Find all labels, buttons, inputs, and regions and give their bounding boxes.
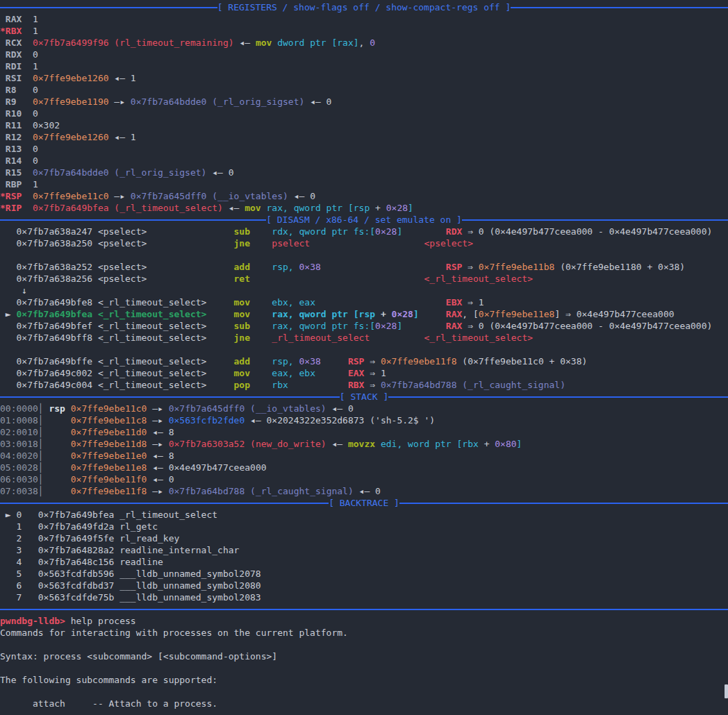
stack-segment: [44, 415, 71, 426]
disasm-segment: eax, ebx: [272, 368, 315, 378]
registers-segment: ◂—: [234, 37, 256, 48]
registers-row-10: R12 0×7ffe9ebe1260 ◂— 1: [0, 131, 728, 143]
registers-segment: [22, 203, 33, 213]
backtrace-row-7: 7 0×563fcdfde75b ___lldb_unnamed_symbol2…: [0, 591, 728, 603]
registers-row-9: R11 0×302: [0, 119, 728, 131]
stack-segment: [44, 486, 71, 496]
stack-row-0: 00:0000│ rsp 0×7ffe9ebe11c0 —▸ 0×7fb7a64…: [0, 403, 728, 414]
disasm-segment: 0×7fb7a649c004 <_rl_timeout_select>: [0, 380, 234, 390]
stack-segment: 04:0020│: [0, 451, 44, 461]
stack-segment: 00:0000│: [0, 403, 44, 414]
registers-segment: 1: [22, 179, 38, 190]
registers-segment: —▸: [109, 96, 131, 107]
registers-segment: 0×7ffe9ebe11c0: [33, 191, 109, 201]
registers-row-5: RSI 0×7ffe9ebe1260 ◂— 1: [0, 72, 728, 84]
terminal-row-7: attach -- Attach to a process.: [0, 698, 728, 709]
disasm-row-3: 0×7fb7a638a252 <pselect> add rsp, 0×38 R…: [0, 261, 728, 273]
registers-segment: R9: [0, 96, 16, 107]
registers-row-3: RDX 0: [0, 49, 728, 60]
disasm-row-5: ↓: [0, 285, 728, 296]
registers-segment: 0×7ffe9ebe1260: [33, 132, 109, 142]
disasm-segment: [206, 309, 233, 319]
registers-row-2: RCX 0×7fb7a6499f96 (rl_timeout_remaining…: [0, 37, 728, 49]
disasm-segment: (0×7ffe9ebe1180 + 0×38): [554, 262, 685, 272]
disasm-segment: mov: [234, 297, 250, 308]
disasm-row-1: 0×7fb7a638a250 <pselect> jne pselect <ps…: [0, 237, 728, 249]
disasm-segment: , [: [462, 309, 478, 319]
disasm-segment: [315, 297, 446, 308]
registers-row-0: RAX 1: [0, 13, 728, 25]
registers-segment: RSI: [0, 73, 22, 83]
pwndbg-terminal[interactable]: [ REGISTERS / show-flags off / show-comp…: [0, 0, 728, 715]
stack-row-1: 01:0008│ 0×7ffe9ebe11c8 —▸ 0×563fcfb2fde…: [0, 414, 728, 426]
stack-segment: 0×7ffe9ebe11f8: [71, 486, 147, 496]
disasm-segment: <_rl_timeout_select>: [424, 333, 533, 343]
header-rule: [511, 7, 728, 8]
registers-row-16: *RIP 0×7fb7a649bfea (_rl_timeout_select)…: [0, 202, 728, 214]
disasm-segment: [250, 262, 272, 272]
disasm-segment: [250, 333, 272, 343]
disasm-segment: RDX: [446, 226, 462, 237]
registers-segment: 0: [370, 37, 375, 48]
disasm-segment: [250, 274, 424, 284]
registers-segment: RBP: [0, 179, 22, 190]
stack-segment: [44, 474, 71, 485]
disasm-row-9: 0×7fb7a649bff8 <_rl_timeout_select> jne …: [0, 332, 728, 344]
disasm-segment: [419, 309, 446, 319]
disasm-segment: [288, 380, 348, 390]
registers-segment: 0×7fb7a64bdde0 (_rl_orig_sigset): [131, 96, 304, 107]
registers-segment: ◂— 0: [288, 191, 315, 201]
stack-segment: 0×7ffe9ebe11c0: [71, 403, 147, 414]
disasm-segment: ebx, eax: [272, 297, 315, 308]
stack-row-5: 05:0028│ 0×7ffe9ebe11e8 ◂— 0×4e497b477ce…: [0, 462, 728, 473]
disasm-segment: [250, 297, 272, 308]
disasm-segment: 0×7fb7a649bffe <_rl_timeout_select>: [0, 356, 234, 367]
header-rule: [0, 7, 217, 8]
disasm-row-0: 0×7fb7a638a247 <pselect> sub rdx, qword …: [0, 226, 728, 237]
header-rule: [0, 396, 340, 398]
stack-segment: ◂—: [326, 439, 348, 449]
header-rule: [0, 609, 728, 610]
stack-segment: 0×563fcfb2fde0: [169, 415, 245, 426]
stack-segment: ◂— 8: [147, 427, 174, 437]
registers-segment: ◂—: [223, 203, 245, 213]
header-rule: [462, 219, 728, 221]
disasm-segment: [321, 356, 348, 367]
disasm-segment: 0×28: [375, 321, 397, 331]
stack-segment: —▸: [147, 403, 168, 414]
disasm-segment: ⇒: [364, 380, 380, 390]
disasm-segment: 0×7fb7a638a252 <pselect>: [0, 262, 234, 272]
disasm-row-10: [0, 344, 728, 355]
stack-segment: 0×7fb7a64bd788 (_rl_caught_signal): [169, 486, 354, 496]
stack-header-label: [ STACK ]: [340, 391, 388, 403]
registers-row-6: R8 0: [0, 84, 728, 96]
disasm-row-11: 0×7fb7a649bffe <_rl_timeout_select> add …: [0, 355, 728, 367]
registers-segment: —▸: [109, 191, 131, 201]
stack-segment: ◂— 0: [147, 474, 174, 485]
disasm-segment: mov: [234, 309, 250, 319]
backtrace-segment: 3 0×7fb7a64828a2 readline_internal_char: [0, 545, 239, 555]
disasm-segment: ]: [413, 309, 419, 319]
stack-row-3: 03:0018│ 0×7ffe9ebe11d8 —▸ 0×7fb7a6303a5…: [0, 438, 728, 450]
registers-segment: R8: [0, 85, 16, 95]
backtrace-row-1: 1 0×7fb7a649fd2a rl_getc: [0, 521, 728, 532]
registers-segment: 0: [22, 155, 38, 166]
backtrace-row-0: ► 0 0×7fb7a649bfea _rl_timeout_select: [0, 509, 728, 521]
disasm-segment: rbx: [272, 380, 288, 390]
registers-segment: RCX: [0, 37, 22, 48]
registers-segment: [22, 167, 33, 178]
disasm-segment: 0×7fb7a638a250 <pselect>: [0, 238, 234, 249]
disasm-segment: (0×7ffe9ebe11c0 + 0×38): [456, 356, 587, 367]
registers-segment: 0×7ffe9ebe1260: [33, 73, 109, 83]
registers-segment: 0×7fb7a645dff0 (__io_vtables): [131, 191, 288, 201]
scrollbar-thumb[interactable]: [725, 684, 728, 698]
disasm-segment: RSP: [446, 262, 462, 272]
registers-segment: R15: [0, 167, 22, 178]
registers-segment: *RBX: [0, 26, 22, 36]
registers-segment: [272, 37, 277, 48]
stack-segment: [375, 439, 381, 449]
registers-segment: 0×7fb7a64bdde0 (_rl_orig_sigset): [33, 167, 206, 178]
disasm-segment: [310, 238, 424, 249]
disasm-segment: pselect: [272, 238, 310, 249]
registers-segment: ◂— 0: [206, 167, 233, 178]
